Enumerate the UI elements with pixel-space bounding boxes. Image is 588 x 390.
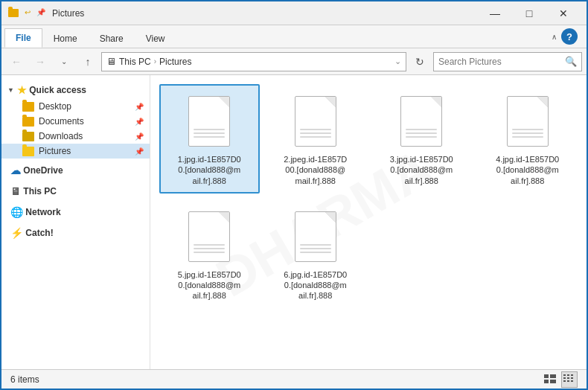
file-icon-wrapper-6 bbox=[290, 207, 342, 266]
svg-rect-7 bbox=[563, 377, 566, 379]
svg-rect-9 bbox=[571, 377, 573, 379]
maximize-button[interactable]: □ bbox=[512, 1, 546, 25]
sidebar-item-desktop-label: Desktop bbox=[39, 101, 71, 112]
help-button[interactable]: ? bbox=[561, 28, 578, 45]
file-icon-wrapper-2 bbox=[290, 92, 342, 151]
tab-home[interactable]: Home bbox=[42, 28, 89, 48]
sidebar-item-pictures-label: Pictures bbox=[39, 146, 71, 156]
quick-access-label: Quick access bbox=[29, 85, 86, 95]
file-name-5: 5.jpg.id-1E857D00.[donald888@mail.fr].88… bbox=[178, 269, 241, 301]
sidebar-section-onedrive: ☁ OneDrive bbox=[1, 162, 150, 179]
svg-rect-12 bbox=[571, 380, 573, 382]
file-area: DHARMA 1.jpg.id-1E857D00.[donald888@mail… bbox=[150, 75, 587, 369]
file-doc-icon-1 bbox=[188, 96, 230, 147]
file-doc-icon-5 bbox=[188, 211, 230, 262]
sidebar-item-downloads-label: Downloads bbox=[39, 131, 83, 141]
search-box[interactable]: 🔍 bbox=[433, 52, 582, 71]
forward-button[interactable]: → bbox=[30, 51, 51, 72]
onedrive-label: OneDrive bbox=[23, 165, 63, 176]
breadcrumb: This PC › Pictures bbox=[119, 57, 191, 67]
file-icon-wrapper-4 bbox=[502, 92, 554, 151]
address-dropdown-icon[interactable]: ⌄ bbox=[394, 57, 401, 66]
thispc-icon: 🖥 bbox=[10, 185, 21, 197]
tab-file[interactable]: File bbox=[4, 28, 42, 48]
file-name-6: 6.jpg.id-1E857D00.[donald888@mail.fr].88… bbox=[284, 269, 347, 301]
file-name-3: 3.jpg.id-1E857D00.[donald888@mail.fr].88… bbox=[390, 154, 453, 186]
undo-icon: ↩ bbox=[22, 7, 33, 18]
file-lines-3 bbox=[406, 129, 437, 140]
file-lines-2 bbox=[300, 129, 331, 140]
quick-access-arrow: ▼ bbox=[7, 86, 14, 94]
search-input[interactable] bbox=[438, 57, 562, 67]
sidebar-item-documents[interactable]: Documents 📌 bbox=[1, 114, 150, 129]
file-icon-wrapper-1 bbox=[183, 92, 235, 151]
list-view-button[interactable] bbox=[542, 371, 558, 388]
title-bar-icons: ↩ 📌 bbox=[7, 7, 46, 19]
up-button[interactable]: ↑ bbox=[77, 51, 98, 72]
sidebar-section-network: 🌐 Network bbox=[1, 203, 150, 221]
svg-rect-4 bbox=[563, 374, 566, 376]
refresh-button[interactable]: ↻ bbox=[409, 51, 430, 72]
crumb-thispc[interactable]: This PC bbox=[119, 57, 151, 67]
pictures-pin-icon: 📌 bbox=[135, 147, 144, 156]
address-bar[interactable]: 🖥 This PC › Pictures ⌄ bbox=[101, 52, 406, 71]
svg-rect-5 bbox=[567, 374, 569, 376]
sidebar-item-downloads[interactable]: Downloads 📌 bbox=[1, 129, 150, 144]
sidebar-item-documents-label: Documents bbox=[39, 116, 84, 127]
ribbon-collapse-icon[interactable]: ∧ bbox=[552, 33, 557, 41]
sidebar-item-desktop[interactable]: Desktop 📌 bbox=[1, 99, 150, 114]
onedrive-icon: ☁ bbox=[10, 164, 21, 176]
title-bar: ↩ 📌 Pictures — □ ✕ bbox=[1, 1, 587, 25]
svg-rect-8 bbox=[567, 377, 569, 379]
back-button[interactable]: ← bbox=[6, 51, 27, 72]
tab-view[interactable]: View bbox=[135, 28, 176, 48]
documents-pin-icon: 📌 bbox=[135, 118, 144, 126]
pin-icon-titlebar: 📌 bbox=[36, 7, 46, 18]
file-lines-1 bbox=[194, 129, 225, 140]
file-item-2[interactable]: 2.jpeg.id-1E857D00.[donald888@mail.fr].8… bbox=[266, 84, 366, 194]
pictures-folder-icon bbox=[22, 147, 34, 156]
thispc-header[interactable]: 🖥 This PC bbox=[1, 182, 150, 200]
svg-rect-1 bbox=[550, 374, 556, 378]
file-item-6[interactable]: 6.jpg.id-1E857D00.[donald888@mail.fr].88… bbox=[266, 199, 366, 309]
sidebar-item-pictures[interactable]: Pictures 📌 bbox=[1, 144, 150, 159]
file-doc-icon-4 bbox=[507, 96, 549, 147]
file-icon-wrapper-5 bbox=[183, 207, 235, 266]
documents-folder-icon bbox=[22, 117, 34, 127]
sidebar-section-thispc: 🖥 This PC bbox=[1, 182, 150, 200]
ribbon: File Home Share View ∧ ? bbox=[1, 25, 587, 48]
file-item-3[interactable]: 3.jpg.id-1E857D00.[donald888@mail.fr].88… bbox=[371, 84, 472, 194]
onedrive-header[interactable]: ☁ OneDrive bbox=[1, 162, 150, 179]
desktop-pin-icon: 📌 bbox=[135, 103, 144, 111]
catch-label: Catch! bbox=[25, 228, 53, 238]
computer-icon: 🖥 bbox=[106, 56, 116, 67]
quick-access-header[interactable]: ▼ ★ Quick access bbox=[1, 81, 150, 99]
minimize-button[interactable]: — bbox=[478, 1, 512, 25]
catch-header[interactable]: ⚡ Catch! bbox=[1, 224, 150, 242]
close-button[interactable]: ✕ bbox=[546, 1, 581, 25]
svg-rect-3 bbox=[550, 380, 556, 383]
status-bar: 6 items bbox=[1, 369, 587, 389]
crumb-sep1: › bbox=[154, 57, 156, 65]
grid-view-button[interactable] bbox=[561, 371, 578, 388]
file-item-5[interactable]: 5.jpg.id-1E857D00.[donald888@mail.fr].88… bbox=[159, 199, 260, 309]
file-item-1[interactable]: 1.jpg.id-1E857D00.[donald888@mail.fr].88… bbox=[159, 84, 260, 194]
svg-rect-10 bbox=[563, 380, 566, 382]
tab-share[interactable]: Share bbox=[89, 28, 135, 48]
downloads-folder-icon bbox=[22, 132, 34, 141]
thispc-label: This PC bbox=[23, 186, 57, 196]
file-lines-5 bbox=[194, 244, 225, 255]
downloads-pin-icon: 📌 bbox=[135, 132, 144, 141]
file-lines-4 bbox=[512, 129, 543, 140]
file-item-4[interactable]: 4.jpg.id-1E857D00.[donald888@mail.fr].88… bbox=[478, 84, 578, 194]
address-bar-row: ← → ⌄ ↑ 🖥 This PC › Pictures ⌄ ↻ 🔍 bbox=[1, 48, 587, 75]
search-icon: 🔍 bbox=[565, 56, 577, 67]
network-label: Network bbox=[25, 207, 60, 217]
crumb-pictures[interactable]: Pictures bbox=[159, 57, 191, 67]
window: ↩ 📌 Pictures — □ ✕ File Home Share View … bbox=[0, 0, 588, 390]
nav-down-button[interactable]: ⌄ bbox=[54, 51, 74, 72]
network-header[interactable]: 🌐 Network bbox=[1, 203, 150, 221]
svg-rect-0 bbox=[544, 374, 549, 378]
catch-icon: ⚡ bbox=[10, 227, 23, 239]
status-bar-right bbox=[542, 371, 578, 388]
